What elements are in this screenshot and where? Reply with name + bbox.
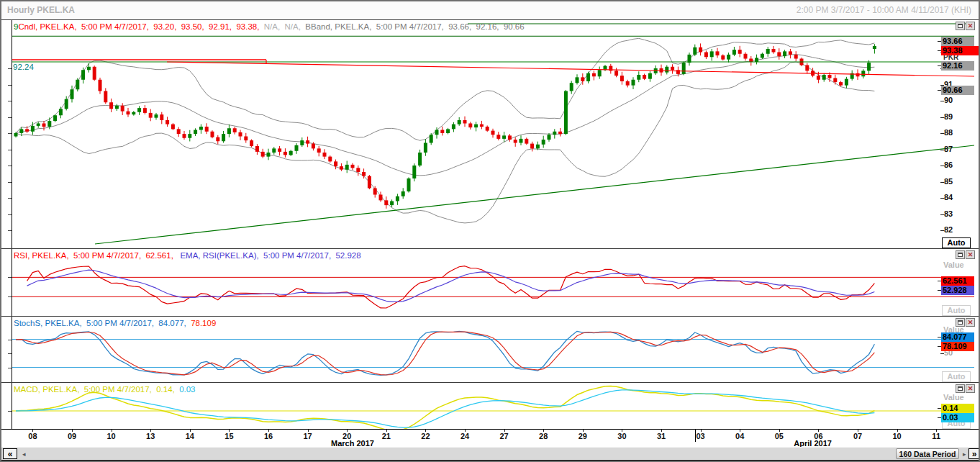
day-label: 10 [106, 432, 115, 440]
axis-tick [8, 230, 12, 231]
day-label: 03 [696, 432, 704, 440]
scroll-far-right-button[interactable]: » [968, 448, 980, 459]
scrollbar[interactable]: « ◂ 160 Data Period ▸ » [1, 447, 979, 461]
rsi-axis: Value62.56152.928Auto✕ [1, 249, 979, 316]
axis-tick [8, 101, 12, 101]
axis-tick-label: 90 [944, 96, 953, 104]
value-badge: 62.561 [941, 276, 974, 286]
stochastics-axis: 50Value84.07778.109Auto✕ [1, 317, 979, 382]
month-separator-tick [695, 430, 696, 442]
close-pane-icon[interactable]: ✕ [966, 22, 975, 30]
axis-tick-label: 89 [944, 112, 953, 121]
value-badge: 93.38 [941, 46, 980, 55]
day-label: 10 [892, 432, 901, 440]
axis-tick [8, 368, 12, 368]
day-label: 11 [932, 432, 940, 440]
axis-tick [8, 353, 12, 354]
rsi-pane: RSI, PKEL.KA, 5:00 PM 4/7/2017, 62.561, … [1, 249, 979, 316]
axis-tick [8, 340, 12, 340]
day-label: 17 [303, 432, 312, 440]
axis-tick-label: 88 [944, 128, 953, 137]
axis-tick [8, 296, 12, 297]
day-label: 30 [617, 432, 626, 440]
scroll-far-left-button[interactable]: « [3, 448, 17, 459]
axis-tick [8, 277, 12, 278]
window-glyph [958, 253, 963, 257]
axis-tick [8, 133, 12, 134]
day-label: 27 [499, 432, 508, 440]
minimize-pane-icon[interactable] [956, 250, 965, 259]
price-pane: 9Cndl, PKEL.KA, 5:00 PM 4/7/2017, 93.20,… [1, 20, 979, 248]
axis-tick-label: 87 [944, 145, 953, 153]
time-axis-border [1, 429, 979, 430]
day-label: 22 [421, 432, 430, 440]
time-axis: 0809101314151617202122242728293031030405… [1, 430, 979, 447]
day-label: 14 [186, 432, 194, 440]
macd-pane: MACD, PKEL.KA, 5:00 PM 4/7/2017, 0.14, 0… [1, 383, 979, 429]
value-badge: 90.66 [941, 86, 974, 95]
day-label: 04 [735, 432, 744, 440]
axis-tick [8, 117, 12, 118]
value-badge: 0.03 [941, 413, 974, 422]
axis-tick-label: 83 [944, 209, 953, 218]
minimize-pane-icon[interactable] [956, 318, 965, 327]
rsi-auto-button[interactable]: Auto [942, 305, 971, 316]
value-badge: 84.077 [941, 332, 974, 342]
axis-title: Value [943, 393, 964, 402]
window-glyph [958, 320, 963, 325]
axis-title: Value [943, 261, 964, 269]
day-label: 09 [68, 432, 76, 440]
value-badge: 78.109 [941, 342, 974, 351]
value-badge: 92.16 [941, 61, 974, 71]
axis-tick [8, 411, 12, 412]
data-period-button[interactable]: 160 Data Period [896, 448, 959, 459]
axis-tick-label: 84 [944, 193, 953, 201]
axis-tick-label: 82 [944, 225, 953, 234]
value-badge: 52.928 [941, 286, 974, 295]
value-badge: 93.66 [941, 37, 974, 46]
day-label: 28 [539, 432, 548, 440]
axis-tick-label: 86 [944, 160, 953, 169]
title-bar: Hourly PKEL.KA 2:00 PM 3/7/2017 - 10:00 … [1, 1, 979, 18]
price-axis: 939291908988878685848382PKR93.6693.3892.… [1, 20, 979, 248]
close-pane-icon[interactable]: ✕ [966, 318, 975, 327]
price-auto-button[interactable]: Auto [942, 237, 971, 248]
day-label: 13 [146, 432, 155, 440]
close-pane-icon[interactable]: ✕ [966, 384, 975, 393]
stochastics-pane: StochS, PKEL.KA, 5:00 PM 4/7/2017, 84.07… [1, 317, 979, 382]
day-label: 29 [579, 432, 587, 440]
macd-axis: Value0.140.03Auto✕ [1, 383, 979, 429]
minimize-pane-icon[interactable] [956, 384, 965, 393]
day-label: 15 [224, 432, 233, 440]
chart-window: Hourly PKEL.KA 2:00 PM 3/7/2017 - 10:00 … [0, 0, 980, 462]
scroll-step-left-arrow[interactable]: ◂ [22, 450, 26, 458]
minimize-pane-icon[interactable] [956, 22, 965, 30]
axis-tick [8, 198, 12, 199]
day-label: 21 [382, 432, 391, 440]
day-label: 07 [853, 432, 862, 440]
axis-tick [8, 182, 12, 183]
axis-tick [8, 214, 12, 215]
close-pane-icon[interactable]: ✕ [966, 250, 975, 259]
day-label: 24 [460, 432, 469, 440]
axis-tick [8, 150, 12, 150]
window-title: Hourly PKEL.KA [7, 5, 75, 15]
time-range-label: 2:00 PM 3/7/2017 - 10:00 AM 4/11/2017 (K… [797, 5, 971, 15]
axis-tick [8, 85, 12, 86]
axis-tick [8, 68, 12, 69]
day-label: 05 [775, 432, 784, 440]
window-glyph [958, 24, 963, 28]
day-label: 16 [264, 432, 273, 440]
axis-tick-label: 85 [944, 177, 953, 186]
axis-tick [8, 166, 12, 166]
scroll-step-right-arrow[interactable]: ▸ [963, 450, 966, 458]
day-label: 31 [657, 432, 666, 440]
stoch-auto-button[interactable]: Auto [942, 371, 971, 382]
value-badge: 0.14 [941, 404, 974, 413]
day-label: 08 [28, 432, 37, 440]
window-glyph [958, 386, 963, 391]
